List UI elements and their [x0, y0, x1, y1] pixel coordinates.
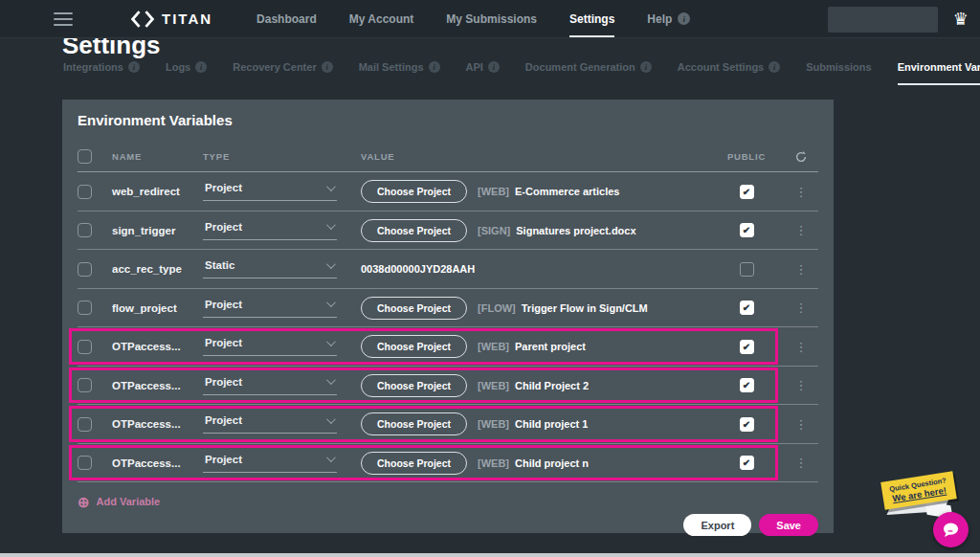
type-select[interactable]: Project: [203, 376, 337, 395]
info-badge-icon: i: [768, 61, 780, 73]
bottom-strip: [0, 553, 980, 557]
table-row: OTPaccess... Project Choose Project [WEB…: [78, 444, 818, 483]
environment-variables-panel: Environment Variables NAME TYPE VALUE PU…: [62, 100, 834, 533]
type-select[interactable]: Project: [203, 337, 337, 356]
tab-recovery-center[interactable]: Recovery Centeri: [233, 61, 332, 85]
tab-mail-settings[interactable]: Mail Settingsi: [359, 61, 440, 85]
public-checkbox[interactable]: ✔: [740, 185, 754, 199]
type-select[interactable]: Project: [203, 221, 337, 240]
table-row: web_redirect Project Choose Project [WEB…: [78, 172, 818, 212]
choose-project-button[interactable]: Choose Project: [361, 412, 467, 435]
tab-label: Recovery Center: [233, 61, 316, 73]
header-public: PUBLIC: [709, 151, 784, 162]
nav-item-label: My Submissions: [446, 12, 537, 26]
add-variable-button[interactable]: ⊕ Add Variable: [78, 491, 160, 512]
kebab-menu-icon[interactable]: ⋮: [795, 379, 808, 391]
kebab-menu-icon[interactable]: ⋮: [795, 301, 808, 314]
tab-document-generation[interactable]: Document Generationi: [525, 61, 652, 85]
public-checkbox[interactable]: ✔: [740, 340, 754, 354]
variable-name: flow_project: [112, 302, 203, 314]
type-select[interactable]: Project: [203, 414, 337, 434]
value-text: E-Commerce articles: [515, 186, 619, 197]
type-select[interactable]: Project: [203, 454, 337, 473]
row-select-checkbox[interactable]: [78, 340, 92, 354]
row-select-checkbox[interactable]: [78, 185, 92, 199]
variable-name: sign_trigger: [112, 225, 203, 236]
brand-name: TITAN: [162, 11, 212, 27]
choose-project-button[interactable]: Choose Project: [361, 219, 467, 242]
row-select-checkbox[interactable]: [78, 378, 92, 392]
table-body: web_redirect Project Choose Project [WEB…: [78, 172, 818, 482]
brand-logo[interactable]: TITAN: [130, 10, 212, 29]
nav-item-help[interactable]: Helpi: [647, 0, 690, 37]
type-select[interactable]: Project: [203, 299, 337, 318]
variable-name: web_redirect: [112, 186, 203, 197]
tab-environment-variables[interactable]: Environment Variables: [898, 61, 980, 85]
save-button[interactable]: Save: [759, 514, 818, 536]
choose-project-button[interactable]: Choose Project: [361, 335, 467, 358]
type-select[interactable]: Project: [203, 182, 337, 201]
titan-logo-icon: [130, 10, 155, 29]
kebab-menu-icon[interactable]: ⋮: [795, 418, 808, 431]
hamburger-menu-icon[interactable]: [54, 9, 73, 30]
table-row: OTPaccess... Project Choose Project [WEB…: [78, 367, 818, 406]
public-checkbox[interactable]: ✔: [740, 223, 754, 237]
choose-project-button[interactable]: Choose Project: [361, 452, 467, 475]
row-select-checkbox[interactable]: [78, 301, 92, 315]
chevron-down-icon: [326, 337, 336, 346]
variable-name: OTPaccess...: [112, 418, 203, 430]
tab-logs[interactable]: Logsi: [166, 61, 207, 85]
type-select[interactable]: Static: [203, 259, 337, 278]
variable-name: OTPaccess...: [112, 457, 203, 469]
public-checkbox[interactable]: ✔: [740, 417, 754, 432]
plus-circle-icon: ⊕: [78, 495, 90, 509]
row-select-checkbox[interactable]: [78, 456, 92, 470]
chat-bubble-button[interactable]: [933, 512, 969, 547]
refresh-icon[interactable]: [794, 150, 808, 164]
info-badge-icon: i: [488, 61, 500, 73]
header-name: NAME: [112, 151, 203, 162]
choose-project-button[interactable]: Choose Project: [361, 297, 467, 320]
row-select-checkbox[interactable]: [78, 223, 92, 237]
table-row: sign_trigger Project Choose Project [SIG…: [78, 212, 818, 251]
search-input[interactable]: [828, 7, 938, 33]
tab-label: Environment Variables: [898, 61, 980, 73]
value-tag: [WEB]: [478, 457, 509, 469]
row-select-checkbox[interactable]: [78, 262, 92, 277]
nav-item-my-account[interactable]: My Account: [349, 0, 414, 37]
public-checkbox[interactable]: ✔: [740, 262, 754, 277]
tab-api[interactable]: APIi: [466, 61, 500, 85]
nav-item-my-submissions[interactable]: My Submissions: [446, 0, 537, 37]
nav-item-dashboard[interactable]: Dashboard: [256, 0, 317, 37]
crown-icon[interactable]: ♛: [953, 7, 969, 32]
chevron-down-icon: [326, 220, 336, 230]
public-checkbox[interactable]: ✔: [740, 456, 754, 470]
kebab-menu-icon[interactable]: ⋮: [795, 186, 808, 198]
info-badge-icon: i: [678, 12, 690, 25]
tab-submissions[interactable]: Submissions: [806, 61, 871, 85]
type-select-value: Project: [205, 454, 242, 465]
chevron-down-icon: [326, 375, 336, 385]
tab-integrations[interactable]: Integrationsi: [63, 61, 140, 85]
public-checkbox[interactable]: ✔: [740, 301, 754, 315]
public-checkbox[interactable]: ✔: [740, 378, 754, 392]
topbar: TITAN DashboardMy AccountMy SubmissionsS…: [0, 0, 980, 38]
table-row: acc_rec_type Static Choose Project 0038d…: [78, 250, 818, 289]
kebab-menu-icon[interactable]: ⋮: [795, 457, 808, 469]
kebab-menu-icon[interactable]: ⋮: [795, 224, 808, 236]
value-text: Child project 1: [515, 418, 588, 430]
nav-item-settings[interactable]: Settings: [569, 0, 614, 37]
chevron-down-icon: [326, 414, 336, 424]
choose-project-button[interactable]: Choose Project: [361, 180, 467, 203]
row-select-checkbox[interactable]: [78, 417, 92, 432]
choose-project-button[interactable]: Choose Project: [361, 374, 467, 397]
value-text: Parent project: [515, 341, 586, 352]
export-button[interactable]: Export: [683, 514, 751, 536]
tab-account-settings[interactable]: Account Settingsi: [678, 61, 780, 85]
kebab-menu-icon[interactable]: ⋮: [795, 341, 808, 353]
value-tag: [FLOW]: [478, 302, 516, 314]
select-all-checkbox[interactable]: [78, 149, 92, 164]
type-select-value: Project: [205, 337, 242, 348]
kebab-menu-icon[interactable]: ⋮: [795, 263, 808, 276]
tab-label: Logs: [166, 61, 190, 73]
